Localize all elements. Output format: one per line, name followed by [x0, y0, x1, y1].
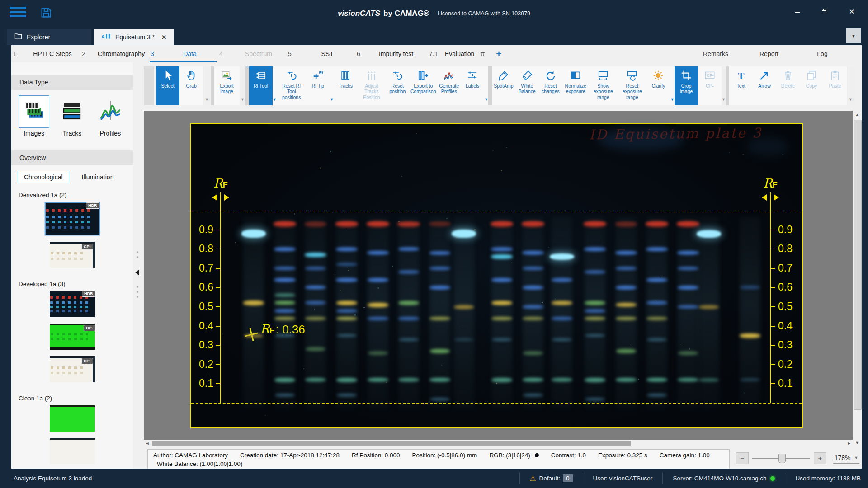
- reset-changes-icon: [545, 69, 557, 82]
- thumbnail-derivatized-1a-2-2[interactable]: CP-: [50, 242, 95, 268]
- grab-button[interactable]: Grab: [179, 66, 203, 105]
- step-tab-sst[interactable]: 5SST: [286, 45, 355, 62]
- labels-button[interactable]: Labels: [461, 66, 484, 105]
- reset-exposure-range-button[interactable]: Reset exposure range: [618, 66, 646, 105]
- toolbar-dropdown-icon[interactable]: ▼: [847, 66, 854, 105]
- text-button[interactable]: TText: [729, 66, 753, 105]
- link-remarks[interactable]: Remarks: [689, 50, 742, 57]
- plate-speckle: [340, 290, 341, 291]
- text-icon: T: [735, 69, 747, 82]
- horizontal-scroll-thumb[interactable]: [152, 441, 631, 446]
- tracks-button[interactable]: Tracks: [334, 66, 358, 105]
- thumbnail-developed-1a-3-1[interactable]: HDR: [50, 291, 95, 317]
- thumbnail-derivatized-1a-2-1[interactable]: HDR: [45, 202, 100, 235]
- data-type-tracks[interactable]: Tracks: [57, 95, 87, 137]
- reset-changes-button[interactable]: Reset changes: [539, 66, 562, 105]
- sidebar-splitter[interactable]: [133, 62, 143, 469]
- generate-profiles-button[interactable]: Generate Profiles: [437, 66, 461, 105]
- track-band: [368, 278, 388, 282]
- reset-rf-tool-positions-button[interactable]: Reset Rf Tool positions: [277, 66, 306, 105]
- export-image-button[interactable]: Export image: [214, 66, 240, 105]
- horizontal-scrollbar[interactable]: ◄ ►: [144, 440, 853, 447]
- toolbar-dropdown-icon[interactable]: ▼: [240, 66, 246, 105]
- toolbar-dropdown-icon[interactable]: ▼: [670, 66, 675, 105]
- thumbnail-clean-1a-2-2[interactable]: [50, 438, 95, 464]
- thumbnail-developed-1a-3-2[interactable]: CP-: [50, 324, 95, 350]
- collapse-sidebar-icon[interactable]: [135, 269, 139, 276]
- toolbar-dropdown-icon[interactable]: ▼: [203, 66, 211, 105]
- mode-illumination[interactable]: Illumination: [75, 171, 120, 183]
- clarify-button[interactable]: Clarify: [646, 66, 670, 105]
- vertical-scrollbar[interactable]: ▲ ▼: [853, 111, 862, 447]
- step-tab-evaluation[interactable]: 7.1Evaluation: [424, 45, 490, 62]
- rf-tick: [216, 345, 220, 346]
- crop-image-button[interactable]: Crop image: [675, 66, 698, 105]
- scroll-up-icon[interactable]: ▲: [853, 111, 862, 119]
- rf-tool-button[interactable]: Rf Tool: [249, 66, 273, 105]
- solvent-front-line[interactable]: [191, 211, 802, 211]
- rf-ruler-arrow-right[interactable]: [224, 194, 229, 201]
- toolbar-dropdown-icon[interactable]: ▼: [273, 66, 277, 105]
- step-tab-hptlc-steps[interactable]: 1HPTLC Steps: [11, 45, 80, 62]
- thumbnail-clean-1a-2-1[interactable]: [50, 405, 95, 432]
- step-tab-spectrum[interactable]: 4Spectrum: [217, 45, 286, 62]
- vertical-scroll-thumb[interactable]: [854, 120, 862, 410]
- minimize-button[interactable]: [788, 4, 807, 20]
- image-canvas[interactable]: ID Equisetum plate 3 RF: 0.36 RF0.90.80.…: [144, 111, 853, 440]
- track-band: [274, 378, 295, 382]
- delete-step-icon[interactable]: [479, 51, 486, 57]
- arrow-button[interactable]: Arrow: [753, 66, 776, 105]
- zoom-slider[interactable]: [752, 458, 810, 459]
- step-tab-impurity-test[interactable]: 6Impurity test: [355, 45, 424, 62]
- step-tab-chromatography[interactable]: 2Chromatography: [80, 45, 149, 62]
- close-tab-icon[interactable]: ✕: [161, 34, 166, 41]
- scroll-right-icon[interactable]: ►: [845, 440, 853, 447]
- rf-ruler-arrow-left[interactable]: [212, 194, 217, 201]
- link-log[interactable]: Log: [796, 50, 849, 57]
- white-balance-button[interactable]: White Balance: [515, 66, 539, 105]
- scroll-left-icon[interactable]: ◄: [144, 440, 151, 447]
- link-report[interactable]: Report: [742, 50, 796, 57]
- reset-position-button[interactable]: Reset position: [386, 66, 409, 105]
- tab-list-dropdown-icon[interactable]: ▼: [846, 28, 861, 43]
- spotamp-button[interactable]: SpotAmp: [492, 66, 515, 105]
- restore-button[interactable]: [815, 4, 835, 20]
- normalize-exposure-button[interactable]: Normalize exposure: [562, 66, 589, 105]
- toolbar-group-1: Export image▼: [214, 66, 246, 105]
- zoom-in-button[interactable]: +: [814, 452, 826, 464]
- rf-ruler-left[interactable]: [220, 192, 221, 403]
- tab-equisetum-3[interactable]: A Equisetum 3 * ✕: [94, 29, 174, 45]
- toolbar-dropdown-icon[interactable]: ▼: [722, 66, 726, 105]
- toolbar-dropdown-icon[interactable]: ▼: [330, 66, 334, 105]
- zoom-out-button[interactable]: −: [736, 452, 749, 464]
- thumbnail-badge: CP-: [81, 244, 93, 250]
- scroll-down-icon[interactable]: ▼: [853, 439, 862, 447]
- thumbnail-badge: CP-: [84, 325, 95, 331]
- info-exposure: Exposure: 0.325 s: [598, 452, 647, 459]
- toolbar-dropdown-icon[interactable]: ▼: [484, 66, 488, 105]
- rf-tick-label: 0.7: [778, 262, 799, 274]
- data-type-profiles[interactable]: Profiles: [95, 95, 126, 137]
- zoom-slider-thumb[interactable]: [778, 454, 786, 463]
- zoom-percent-select[interactable]: 178% ▼: [833, 452, 859, 464]
- select-button[interactable]: Select: [156, 66, 179, 105]
- rf-tip-button[interactable]: RfRf Tip: [306, 66, 330, 105]
- export-to-comparison-button[interactable]: Export to Comparison: [409, 66, 437, 105]
- rf-ruler-arrow-right[interactable]: [774, 194, 779, 201]
- data-type-images[interactable]: Images: [19, 95, 49, 137]
- toolbar-group-3: SpotAmpWhite BalanceReset changesNormali…: [492, 66, 726, 105]
- default-notifications[interactable]: ⚠ Default: 0: [530, 474, 573, 483]
- plate-image[interactable]: ID Equisetum plate 3 RF: 0.36 RF0.90.80.…: [190, 123, 803, 428]
- rf-tick: [216, 268, 220, 269]
- rf-tick-label: 0.7: [193, 262, 213, 274]
- rf-ruler-right[interactable]: [770, 192, 771, 403]
- close-button[interactable]: ✕: [842, 4, 862, 20]
- thumbnail-developed-1a-3-3[interactable]: CP-: [50, 356, 95, 382]
- rf-tick: [216, 249, 220, 249]
- step-tab-data[interactable]: 3Data: [149, 45, 217, 62]
- rf-ruler-arrow-left[interactable]: [762, 194, 767, 201]
- add-step-button[interactable]: +: [490, 45, 508, 62]
- tab-explorer[interactable]: Explorer: [7, 29, 91, 45]
- show-exposure-range-button[interactable]: Show exposure range: [589, 66, 618, 105]
- mode-chronological[interactable]: Chronological: [18, 171, 69, 183]
